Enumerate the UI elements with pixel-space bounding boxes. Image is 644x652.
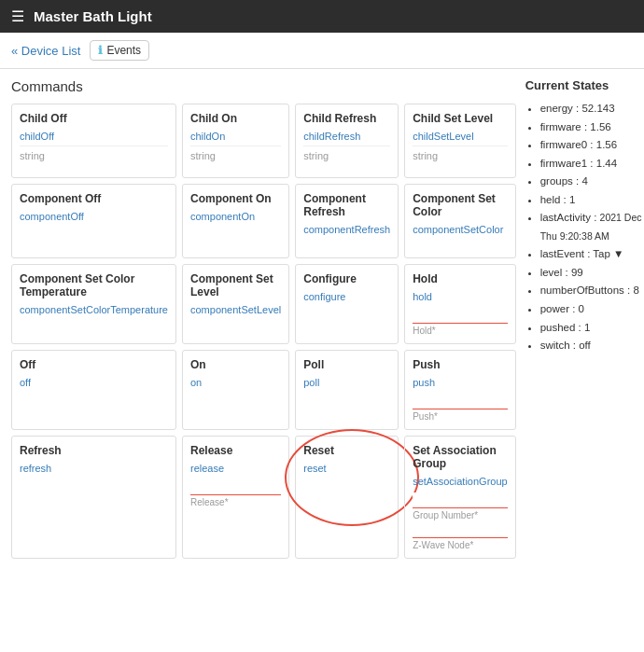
cmd-method: componentSetLevel (190, 304, 281, 315)
command-card-component-set-color-temp[interactable]: Component Set Color Temperaturecomponent… (11, 264, 176, 344)
cmd-method: componentSetColorTemperature (20, 304, 168, 315)
cmd-title: Reset (303, 444, 390, 457)
command-card-child-on[interactable]: Child OnchildOnstring (182, 104, 289, 178)
navbar: « Device List ℹ Events (0, 33, 644, 69)
events-button[interactable]: ℹ Events (90, 40, 149, 61)
state-item-firmware1: firmware1 : 1.44 (540, 155, 644, 173)
cmd-method: off (20, 377, 168, 388)
page-title: Master Bath Light (34, 8, 152, 24)
cmd-method: childSetLevel (413, 131, 508, 142)
command-card-hold[interactable]: HoldholdHold* (404, 264, 516, 344)
cmd-type: string (413, 146, 508, 161)
app-header: ☰ Master Bath Light (0, 0, 644, 33)
cmd-input-label: Z-Wave Node* (413, 540, 508, 550)
command-card-child-set-level[interactable]: Child Set LevelchildSetLevelstring (404, 104, 516, 178)
cmd-method: componentRefresh (303, 224, 390, 235)
cmd-title: Component Off (20, 192, 168, 205)
cmd-title: Release (190, 444, 281, 457)
current-states-panel: Current States energy : 52.143firmware :… (525, 78, 644, 559)
cmd-type: string (303, 146, 390, 161)
cmd-title: Child Off (20, 112, 168, 125)
command-card-reset[interactable]: Resetreset (295, 436, 399, 559)
cmd-input-label: Group Number* (413, 510, 508, 520)
cmd-method: childRefresh (303, 131, 390, 142)
state-item-lastEvent: lastEvent : Tap ▼ (540, 245, 644, 264)
device-list-link[interactable]: « Device List (11, 44, 80, 58)
cmd-method: componentSetColor (413, 224, 508, 235)
command-card-child-refresh[interactable]: Child RefreshchildRefreshstring (295, 104, 399, 178)
info-icon: ℹ (98, 44, 103, 57)
cmd-title: Component Refresh (303, 192, 390, 218)
cmd-method: poll (303, 377, 390, 388)
commands-title: Commands (11, 78, 516, 94)
cmd-title: Child Set Level (413, 112, 508, 125)
command-card-release[interactable]: ReleasereleaseRelease* (182, 436, 289, 559)
cmd-input[interactable] (413, 394, 508, 409)
current-states-title: Current States (525, 78, 644, 92)
command-card-on[interactable]: Onon (182, 350, 289, 430)
cmd-method: refresh (20, 463, 168, 474)
state-item-switch: switch : off (540, 337, 644, 355)
cmd-input[interactable] (413, 522, 508, 538)
command-card-component-refresh[interactable]: Component RefreshcomponentRefresh (295, 184, 399, 258)
commands-section: Commands Child OffchildOffstringChild On… (11, 78, 516, 559)
cmd-input[interactable] (190, 479, 281, 495)
command-card-push[interactable]: PushpushPush* (404, 350, 516, 430)
main-content: Commands Child OffchildOffstringChild On… (0, 69, 644, 568)
state-item-firmware: firmware : 1.56 (540, 118, 644, 137)
cmd-title: Child On (190, 112, 281, 125)
cmd-method: childOff (20, 131, 168, 142)
cmd-title: Off (20, 358, 168, 371)
state-list: energy : 52.143firmware : 1.56firmware0 … (525, 100, 644, 355)
cmd-method: componentOff (20, 211, 168, 222)
cmd-title: Component On (190, 192, 281, 205)
cmd-title: Component Set Color (413, 192, 508, 218)
state-item-groups: groups : 4 (540, 173, 644, 191)
cmd-method: childOn (190, 131, 281, 142)
state-item-lastActivity: lastActivity : 2021 Dec 02Thu 9:20:38 AM (540, 209, 644, 245)
commands-grid: Child OffchildOffstringChild OnchildOnst… (11, 104, 516, 559)
cmd-method: componentOn (190, 211, 281, 222)
events-label: Events (106, 44, 141, 57)
state-item-numberOfButtons: numberOfButtons : 8 (540, 282, 644, 300)
cmd-input-label: Release* (190, 497, 281, 507)
command-card-configure[interactable]: Configureconfigure (295, 264, 399, 344)
state-item-held: held : 1 (540, 191, 644, 210)
cmd-title: Refresh (20, 444, 168, 457)
menu-icon[interactable]: ☰ (11, 7, 24, 25)
state-item-power: power : 0 (540, 300, 644, 319)
cmd-input[interactable] (413, 308, 508, 324)
cmd-input-label: Hold* (413, 326, 508, 336)
command-card-refresh[interactable]: Refreshrefresh (11, 436, 176, 559)
command-card-component-set-level[interactable]: Component Set LevelcomponentSetLevel (182, 264, 289, 344)
cmd-title: Push (413, 358, 508, 371)
cmd-title: Component Set Color Temperature (20, 272, 168, 298)
cmd-title: Configure (303, 272, 390, 285)
cmd-method: reset (303, 463, 390, 474)
command-card-poll[interactable]: Pollpoll (295, 350, 399, 430)
state-item-energy: energy : 52.143 (540, 100, 644, 118)
cmd-title: Hold (413, 272, 508, 285)
cmd-method: push (413, 377, 508, 388)
state-item-level: level : 99 (540, 264, 644, 283)
cmd-type: string (20, 146, 168, 161)
command-card-component-set-color[interactable]: Component Set ColorcomponentSetColor (404, 184, 516, 258)
cmd-method: on (190, 377, 281, 388)
cmd-method: hold (413, 291, 508, 302)
command-card-component-on[interactable]: Component OncomponentOn (182, 184, 289, 258)
cmd-title: Set Association Group (413, 444, 508, 470)
cmd-type: string (190, 146, 281, 161)
state-item-firmware0: firmware0 : 1.56 (540, 136, 644, 155)
command-card-component-off[interactable]: Component OffcomponentOff (11, 184, 176, 258)
cmd-title: Child Refresh (303, 112, 390, 125)
state-item-pushed: pushed : 1 (540, 319, 644, 338)
command-card-off[interactable]: Offoff (11, 350, 176, 430)
command-card-set-association-group[interactable]: Set Association GroupsetAssociationGroup… (404, 436, 516, 559)
cmd-method: setAssociationGroup (413, 476, 508, 487)
command-card-child-off[interactable]: Child OffchildOffstring (11, 104, 176, 178)
cmd-method: configure (303, 291, 390, 302)
cmd-title: Poll (303, 358, 390, 371)
cmd-input[interactable] (413, 492, 508, 508)
cmd-method: release (190, 463, 281, 474)
cmd-input-label: Push* (413, 411, 508, 422)
